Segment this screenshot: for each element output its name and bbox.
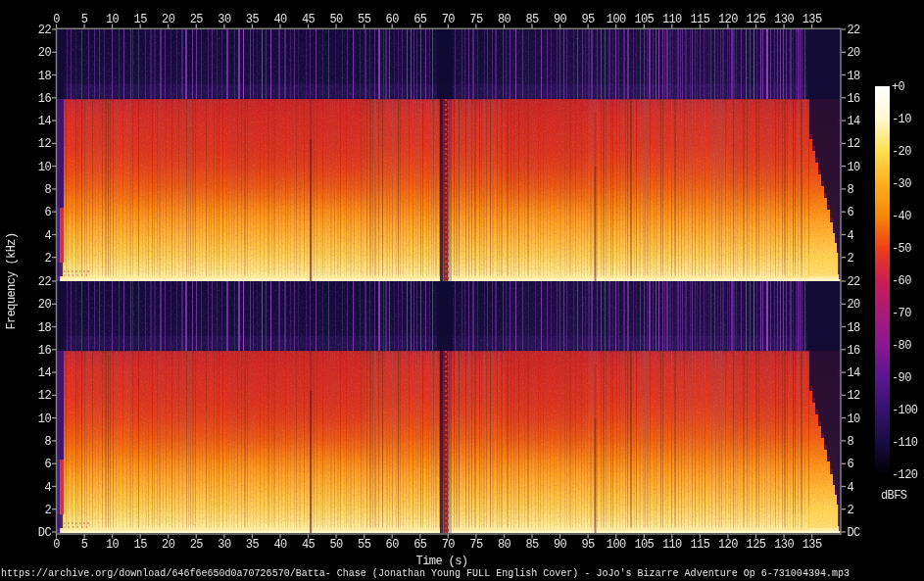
- svg-text:10: 10: [38, 161, 52, 174]
- svg-text:60: 60: [386, 13, 400, 26]
- svg-text:-60: -60: [892, 274, 911, 288]
- svg-text:0: 0: [53, 13, 60, 26]
- svg-text:14: 14: [848, 115, 861, 128]
- svg-text:-110: -110: [892, 436, 918, 450]
- svg-text:12: 12: [38, 389, 52, 403]
- svg-text:115: 115: [690, 13, 709, 26]
- svg-text:8: 8: [848, 435, 854, 449]
- svg-text:115: 115: [690, 538, 709, 552]
- svg-text:90: 90: [554, 13, 567, 26]
- svg-text:30: 30: [218, 13, 231, 26]
- svg-text:105: 105: [634, 13, 654, 26]
- svg-text:12: 12: [38, 137, 52, 151]
- svg-text:Time (s): Time (s): [416, 555, 468, 568]
- svg-text:30: 30: [218, 538, 231, 552]
- svg-text:50: 50: [329, 13, 343, 26]
- svg-text:DC: DC: [38, 526, 52, 540]
- svg-text:-30: -30: [892, 177, 911, 191]
- svg-text:90: 90: [554, 538, 567, 552]
- svg-text:14: 14: [848, 366, 861, 380]
- svg-text:125: 125: [747, 538, 766, 552]
- svg-text:22: 22: [848, 24, 861, 37]
- svg-text:Frequency (kHz): Frequency (kHz): [5, 232, 19, 329]
- svg-text:15: 15: [134, 538, 148, 552]
- svg-text:-100: -100: [892, 404, 918, 417]
- svg-text:135: 135: [802, 538, 822, 552]
- svg-text:-10: -10: [892, 113, 911, 126]
- svg-text:8: 8: [44, 435, 51, 449]
- svg-text:4: 4: [848, 229, 854, 243]
- svg-text:22: 22: [38, 24, 52, 37]
- svg-text:60: 60: [386, 538, 400, 552]
- svg-text:20: 20: [848, 298, 861, 312]
- svg-text:10: 10: [848, 161, 861, 174]
- svg-text:8: 8: [44, 183, 51, 197]
- svg-text:22: 22: [38, 275, 52, 289]
- svg-text:125: 125: [747, 13, 766, 26]
- svg-text:95: 95: [581, 538, 595, 552]
- svg-text:+0: +0: [892, 80, 905, 94]
- svg-text:35: 35: [246, 538, 260, 552]
- svg-text:35: 35: [246, 13, 260, 26]
- svg-text:-80: -80: [892, 339, 911, 353]
- svg-text:55: 55: [358, 538, 371, 552]
- svg-text:25: 25: [190, 538, 204, 552]
- svg-text:-40: -40: [892, 210, 911, 223]
- svg-text:10: 10: [848, 412, 861, 426]
- svg-text:105: 105: [634, 538, 654, 552]
- svg-text:75: 75: [469, 13, 483, 26]
- svg-text:18: 18: [38, 321, 52, 335]
- svg-text:130: 130: [774, 13, 794, 26]
- svg-text:16: 16: [848, 92, 861, 106]
- svg-text:18: 18: [848, 70, 861, 83]
- svg-text:16: 16: [38, 92, 52, 106]
- svg-text:6: 6: [44, 206, 51, 219]
- svg-text:15: 15: [134, 13, 148, 26]
- svg-text:4: 4: [44, 481, 51, 495]
- svg-text:4: 4: [44, 229, 51, 243]
- svg-text:100: 100: [607, 13, 626, 26]
- svg-text:2: 2: [848, 504, 854, 517]
- svg-text:20: 20: [38, 298, 52, 312]
- svg-text:5: 5: [81, 13, 88, 26]
- svg-text:120: 120: [718, 13, 738, 26]
- svg-text:-20: -20: [892, 145, 911, 159]
- svg-text:20: 20: [162, 538, 175, 552]
- svg-text:25: 25: [190, 13, 204, 26]
- svg-text:5: 5: [81, 538, 88, 552]
- svg-text:DC: DC: [848, 526, 861, 540]
- svg-text:-50: -50: [892, 242, 911, 256]
- svg-text:6: 6: [848, 458, 854, 471]
- svg-text:14: 14: [38, 366, 52, 380]
- svg-text:135: 135: [802, 13, 822, 26]
- svg-text:2: 2: [848, 252, 854, 266]
- svg-text:6: 6: [44, 458, 51, 471]
- svg-text:https://archive.org/download/6: https://archive.org/download/646f6e650d0…: [1, 567, 850, 579]
- svg-text:70: 70: [442, 13, 456, 26]
- svg-text:95: 95: [581, 13, 595, 26]
- svg-text:45: 45: [302, 13, 316, 26]
- svg-text:55: 55: [358, 13, 371, 26]
- svg-text:-90: -90: [892, 371, 911, 385]
- svg-text:10: 10: [106, 538, 120, 552]
- svg-text:22: 22: [848, 275, 861, 289]
- svg-text:4: 4: [848, 481, 854, 495]
- svg-text:18: 18: [38, 70, 52, 83]
- svg-text:80: 80: [498, 538, 511, 552]
- svg-text:80: 80: [498, 13, 511, 26]
- svg-text:45: 45: [302, 538, 316, 552]
- svg-text:65: 65: [413, 538, 427, 552]
- svg-text:120: 120: [718, 538, 738, 552]
- svg-text:20: 20: [38, 46, 52, 60]
- svg-text:65: 65: [413, 13, 427, 26]
- svg-text:16: 16: [848, 344, 861, 358]
- svg-text:110: 110: [662, 538, 682, 552]
- svg-text:-120: -120: [892, 468, 918, 482]
- svg-text:0: 0: [53, 538, 60, 552]
- svg-text:12: 12: [848, 389, 861, 403]
- svg-text:40: 40: [273, 13, 287, 26]
- svg-text:50: 50: [329, 538, 343, 552]
- svg-text:100: 100: [607, 538, 626, 552]
- svg-text:85: 85: [525, 538, 539, 552]
- svg-text:20: 20: [848, 46, 861, 60]
